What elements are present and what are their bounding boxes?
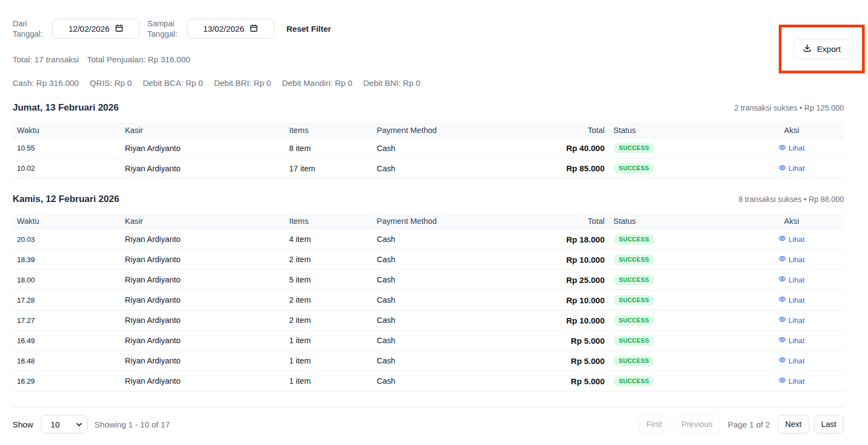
cell-payment: Cash <box>372 310 498 331</box>
header-status: Status <box>609 123 739 138</box>
cell-total: Rp 5.000 <box>498 371 609 391</box>
page-size-select[interactable]: 10 <box>41 415 88 434</box>
eye-icon <box>779 377 786 385</box>
status-badge: SUCCESS <box>613 234 654 245</box>
lihat-link[interactable]: Lihat <box>779 275 804 284</box>
cell-items: 2 item <box>285 290 372 310</box>
next-page-button[interactable]: Next <box>778 415 809 434</box>
lihat-link[interactable]: Lihat <box>779 296 804 304</box>
summary-line: Total: 17 transaksi Total Penjualan: Rp … <box>13 55 844 64</box>
section-head: Jumat, 13 Februari 2026 2 transaksi suks… <box>13 102 844 113</box>
cell-status: SUCCESS <box>609 351 739 371</box>
eye-icon <box>779 164 786 173</box>
lihat-label: Lihat <box>789 377 804 385</box>
status-badge: SUCCESS <box>613 315 654 326</box>
lihat-link[interactable]: Lihat <box>779 255 804 264</box>
reset-filter-button[interactable]: Reset Filter <box>286 24 331 33</box>
header-aksi: Aksi <box>739 214 844 229</box>
header-payment-method: Payment Method <box>372 214 498 229</box>
cell-status: SUCCESS <box>609 270 739 290</box>
page-size-select-wrap: 10 <box>41 415 88 434</box>
lihat-link[interactable]: Lihat <box>779 164 804 173</box>
cell-payment: Cash <box>372 158 498 178</box>
to-date-input[interactable]: 13/02/2026 <box>187 19 274 39</box>
download-icon <box>803 44 812 54</box>
status-badge: SUCCESS <box>613 336 654 346</box>
header-aksi: Aksi <box>739 123 844 138</box>
header-items: Items <box>285 214 372 229</box>
cell-kasir: Riyan Ardiyanto <box>120 290 285 310</box>
breakdown-debit-bca: Debit BCA: Rp 0 <box>143 78 203 88</box>
cell-kasir: Riyan Ardiyanto <box>120 310 285 331</box>
header-total: Total <box>498 214 609 229</box>
cell-status: SUCCESS <box>609 229 739 250</box>
cell-status: SUCCESS <box>609 290 739 310</box>
export-label: Export <box>817 44 841 54</box>
cell-items: 4 item <box>285 229 372 250</box>
cell-items: 1 item <box>285 331 372 351</box>
last-page-button[interactable]: Last <box>814 415 844 434</box>
cell-kasir: Riyan Ardiyanto <box>120 331 285 351</box>
cell-status: SUCCESS <box>609 138 739 158</box>
cell-total: Rp 25.000 <box>498 270 609 290</box>
cell-payment: Cash <box>372 290 498 310</box>
breakdown-cash: Cash: Rp 316.000 <box>13 78 79 88</box>
cell-total: Rp 5.000 <box>498 351 609 371</box>
eye-icon <box>779 255 786 264</box>
header-total: Total <box>498 123 609 138</box>
lihat-link[interactable]: Lihat <box>779 356 804 365</box>
lihat-link[interactable]: Lihat <box>779 316 804 325</box>
cell-waktu: 17.28 <box>13 290 120 310</box>
transactions-table: Waktu Kasir Items Payment Method Total S… <box>13 123 844 179</box>
cell-total: Rp 5.000 <box>498 331 609 351</box>
lihat-label: Lihat <box>789 235 804 244</box>
calendar-icon <box>250 24 258 34</box>
section-head: Kamis, 12 Februari 2026 8 transaksi suks… <box>13 194 844 205</box>
header-waktu: Waktu <box>13 214 120 229</box>
export-button[interactable]: Export <box>794 39 850 59</box>
lihat-link[interactable]: Lihat <box>779 336 804 345</box>
transactions-page: Dari Tanggal: 12/02/2026 Sampai Tanggal:… <box>0 19 868 434</box>
pagination-controls: First Previous Page 1 of 2 Next Last <box>639 415 844 434</box>
header-payment-method: Payment Method <box>372 123 498 138</box>
cell-aksi: Lihat <box>739 310 844 331</box>
first-page-button[interactable]: First <box>639 415 669 434</box>
day-section: Jumat, 13 Februari 2026 2 transaksi suks… <box>13 102 844 179</box>
from-date-input[interactable]: 12/02/2026 <box>52 19 140 39</box>
section-summary: 2 transaksi sukses • Rp 125.000 <box>734 103 844 112</box>
cell-waktu: 10.02 <box>13 158 120 178</box>
lihat-link[interactable]: Lihat <box>779 235 804 244</box>
cell-status: SUCCESS <box>609 250 739 270</box>
table-row: 17.28 Riyan Ardiyanto 2 item Cash Rp 10.… <box>13 290 844 310</box>
cell-aksi: Lihat <box>739 371 844 391</box>
cell-payment: Cash <box>372 270 498 290</box>
cell-items: 17 item <box>285 158 372 178</box>
cell-items: 2 item <box>285 310 372 331</box>
cell-total: Rp 10.000 <box>498 310 609 331</box>
breakdown-debit-bni: Debit BNI: Rp 0 <box>363 78 420 88</box>
cell-payment: Cash <box>372 331 498 351</box>
cell-kasir: Riyan Ardiyanto <box>120 351 285 371</box>
breakdown-qris: QRIS: Rp 0 <box>90 78 132 88</box>
cell-aksi: Lihat <box>739 290 844 310</box>
lihat-link[interactable]: Lihat <box>779 144 804 153</box>
lihat-link[interactable]: Lihat <box>779 377 804 385</box>
transactions-table: Waktu Kasir Items Payment Method Total S… <box>13 214 844 392</box>
table-body: 20.03 Riyan Ardiyanto 4 item Cash Rp 18.… <box>13 229 844 391</box>
cell-items: 8 item <box>285 138 372 158</box>
section-title: Kamis, 12 Februari 2026 <box>13 194 119 205</box>
eye-icon <box>779 275 786 284</box>
pagination-footer: Show 10 Showing 1 - 10 of 17 First Previ… <box>13 407 844 434</box>
header-items: Items <box>285 123 372 138</box>
eye-icon <box>779 336 786 345</box>
status-badge: SUCCESS <box>613 376 654 386</box>
page-info: Page 1 of 2 <box>728 420 770 429</box>
cell-aksi: Lihat <box>739 351 844 371</box>
cell-kasir: Riyan Ardiyanto <box>120 250 285 270</box>
previous-page-button[interactable]: Previous <box>674 415 720 434</box>
day-section: Kamis, 12 Februari 2026 8 transaksi suks… <box>13 194 844 392</box>
cell-status: SUCCESS <box>609 331 739 351</box>
header-waktu: Waktu <box>13 123 120 138</box>
show-label: Show <box>13 420 33 429</box>
eye-icon <box>779 316 786 325</box>
